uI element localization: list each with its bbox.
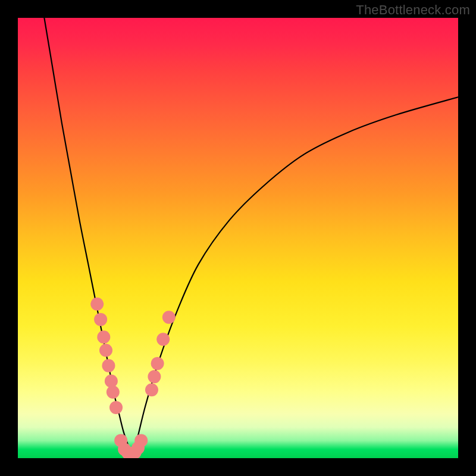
chart-container: TheBottleneck.com [0, 0, 476, 476]
watermark-text: TheBottleneck.com [356, 2, 470, 18]
sample-point [162, 311, 176, 324]
sample-point [107, 386, 120, 399]
sample-point [109, 401, 123, 414]
sample-point [102, 359, 115, 372]
curve-layer [18, 18, 458, 458]
sample-point [156, 333, 170, 346]
sample-point [148, 370, 161, 383]
right-bottleneck-curve [131, 97, 458, 458]
sample-points-group [90, 298, 176, 458]
plot-area [18, 18, 458, 458]
sample-point [94, 313, 107, 326]
sample-point [97, 331, 110, 344]
sample-point [90, 298, 104, 311]
sample-point [145, 383, 158, 396]
sample-point [105, 375, 118, 388]
sample-point [134, 434, 148, 447]
sample-point [151, 357, 164, 370]
sample-point [99, 344, 112, 357]
